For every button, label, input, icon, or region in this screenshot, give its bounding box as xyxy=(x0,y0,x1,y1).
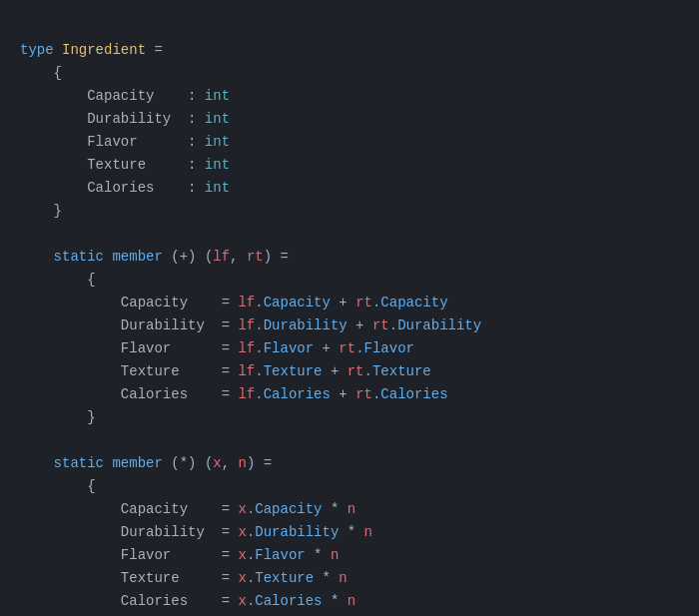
punct-eq: = xyxy=(154,42,162,58)
type-int-1: int xyxy=(205,88,230,104)
n-ref-5: n xyxy=(348,593,355,609)
colon-5: : xyxy=(180,180,205,196)
x-flavor-prop: .Flavor xyxy=(247,547,306,563)
lf-ref-3: lf xyxy=(238,340,255,356)
mul-durability-field: Durability xyxy=(121,524,213,540)
mul-flavor-field: Flavor xyxy=(121,547,213,563)
field-calories: Calories xyxy=(87,180,179,196)
add-calories-field: Calories xyxy=(121,386,213,402)
colon-3: : xyxy=(180,134,205,150)
x-ref-5: x xyxy=(238,593,246,609)
type-int-2: int xyxy=(205,111,230,127)
mul-capacity-field: Capacity xyxy=(121,501,213,517)
x-durability-prop: .Durability xyxy=(247,524,339,540)
field-texture: Texture xyxy=(87,157,179,173)
lf-flavor-prop: .Flavor xyxy=(255,340,314,356)
keyword-static-1: static xyxy=(54,249,104,265)
n-ref-1: n xyxy=(348,501,355,517)
keyword-static-2: static xyxy=(54,455,104,471)
lf-ref-4: lf xyxy=(238,363,255,379)
x-ref-1: x xyxy=(238,501,246,517)
rt-ref-5: rt xyxy=(355,386,372,402)
lf-capacity-prop: .Capacity xyxy=(255,295,331,310)
type-int-5: int xyxy=(205,180,230,196)
rt-ref-1: rt xyxy=(355,295,372,310)
x-ref-2: x xyxy=(238,524,246,540)
mul-op: (*) xyxy=(171,455,196,471)
n-ref-2: n xyxy=(364,524,372,540)
type-int-3: int xyxy=(205,134,230,150)
code-block: type Ingredient = { Capacity : int Durab… xyxy=(0,0,699,616)
open-brace-1: { xyxy=(54,65,62,81)
x-capacity-prop: .Capacity xyxy=(247,501,323,517)
lf-ref-2: lf xyxy=(238,317,255,333)
close-brace-2: } xyxy=(87,409,95,425)
x-calories-prop: .Calories xyxy=(247,593,323,609)
close-brace-1: } xyxy=(54,203,62,219)
rt-ref-3: rt xyxy=(339,340,355,356)
mul-calories-field: Calories xyxy=(121,593,213,609)
rt-ref-4: rt xyxy=(348,363,364,379)
field-durability: Durability xyxy=(87,111,179,127)
x-texture-prop: .Texture xyxy=(247,570,314,586)
type-int-4: int xyxy=(205,157,230,173)
param-x: x xyxy=(213,455,221,471)
open-brace-3: { xyxy=(87,478,95,494)
keyword-member-2: member xyxy=(112,455,162,471)
rt-texture-prop: .Texture xyxy=(364,363,431,379)
lf-durability-prop: .Durability xyxy=(255,317,347,333)
param-lf: lf xyxy=(213,249,230,265)
add-texture-field: Texture xyxy=(121,363,213,379)
lf-calories-prop: .Calories xyxy=(255,386,331,402)
keyword-member-1: member xyxy=(112,249,162,265)
lf-ref-5: lf xyxy=(238,386,255,402)
rt-capacity-prop: .Capacity xyxy=(372,295,448,310)
keyword-type: type xyxy=(20,42,54,58)
n-ref-4: n xyxy=(339,570,347,586)
n-ref-3: n xyxy=(331,547,339,563)
lf-ref-1: lf xyxy=(238,295,255,310)
colon-1: : xyxy=(180,88,205,104)
open-brace-2: { xyxy=(87,272,95,288)
field-flavor: Flavor xyxy=(87,134,179,150)
param-n: n xyxy=(239,455,247,471)
mul-texture-field: Texture xyxy=(121,570,213,586)
rt-ref-2: rt xyxy=(372,317,389,333)
add-durability-field: Durability xyxy=(121,317,213,333)
plus-op: (+) xyxy=(171,249,196,265)
add-flavor-field: Flavor xyxy=(121,340,213,356)
lf-texture-prop: .Texture xyxy=(255,363,322,379)
field-capacity: Capacity xyxy=(87,88,179,104)
rt-calories-prop: .Calories xyxy=(372,386,448,402)
colon-4: : xyxy=(180,157,205,173)
rt-flavor-prop: .Flavor xyxy=(355,340,414,356)
x-ref-3: x xyxy=(238,547,246,563)
colon-2: : xyxy=(180,111,205,127)
add-capacity-field: Capacity xyxy=(121,295,213,310)
line-type-declaration: type Ingredient = { Capacity : int Durab… xyxy=(20,42,481,616)
rt-durability-prop: .Durability xyxy=(389,317,481,333)
type-name-ingredient: Ingredient xyxy=(62,42,146,58)
param-rt: rt xyxy=(247,249,264,265)
x-ref-4: x xyxy=(238,570,246,586)
